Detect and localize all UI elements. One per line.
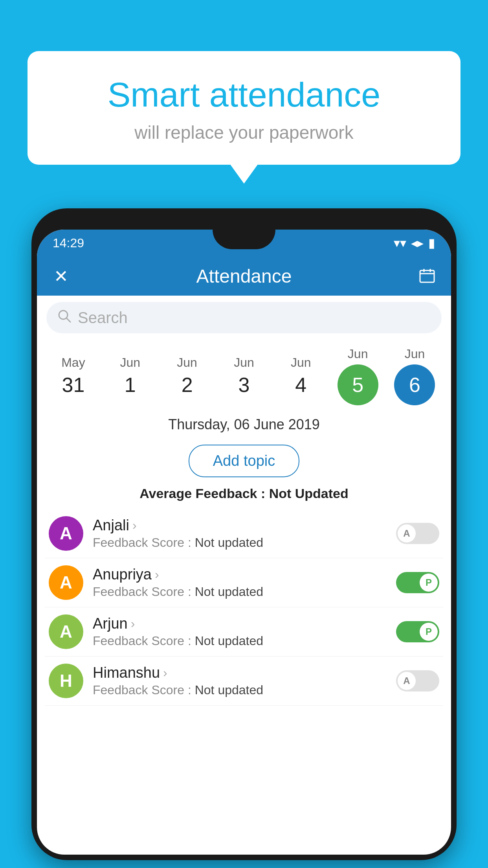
toggle-arjun[interactable]: P <box>396 621 439 642</box>
toggle-himanshu[interactable]: A <box>396 670 439 691</box>
avatar-anupriya: A <box>49 565 83 600</box>
feedback-score-himanshu: Feedback Score : Not updated <box>93 683 387 697</box>
student-row-himanshu[interactable]: H Himanshu › Feedback Score : Not update… <box>45 657 443 706</box>
add-topic-button[interactable]: Add topic <box>37 445 451 477</box>
toggle-knob: A <box>398 672 416 690</box>
date-day: 1 <box>125 373 136 397</box>
date-month: Jun <box>291 355 311 370</box>
student-row-anjali[interactable]: A Anjali › Feedback Score : Not updated … <box>45 509 443 558</box>
date-month: May <box>61 355 85 370</box>
phone-notch <box>213 230 275 249</box>
date-month: Jun <box>405 347 425 361</box>
chevron-right-icon: › <box>131 616 135 631</box>
date-item-jun3[interactable]: Jun 3 <box>220 355 268 397</box>
feedback-score-anjali: Feedback Score : Not updated <box>93 535 387 550</box>
date-circle-blue: 6 <box>394 364 435 405</box>
student-row-anupriya[interactable]: A Anupriya › Feedback Score : Not update… <box>45 558 443 607</box>
feedback-score-arjun: Feedback Score : Not updated <box>93 634 387 648</box>
add-topic-label: Add topic <box>189 445 299 477</box>
avatar-arjun: A <box>49 614 83 649</box>
student-name-arjun: Arjun › <box>93 615 387 632</box>
phone-frame: 14:29 ▾▾ ◂▸ ▮ ✕ Attendance <box>31 208 457 860</box>
chevron-right-icon: › <box>163 666 167 680</box>
toggle-anupriya[interactable]: P <box>396 572 439 593</box>
date-month: Jun <box>177 355 197 370</box>
app-bar: ✕ Attendance <box>37 256 451 296</box>
date-month: Jun <box>120 355 140 370</box>
wifi-icon: ▾▾ <box>394 235 406 250</box>
date-day: 31 <box>62 373 85 397</box>
date-selector-row: May 31 Jun 1 Jun 2 Jun 3 Jun 4 <box>37 340 451 405</box>
toggle-knob: A <box>398 524 416 542</box>
avatar-anjali: A <box>49 516 83 551</box>
toggle-anjali[interactable]: A <box>396 523 439 544</box>
date-item-jun2[interactable]: Jun 2 <box>163 355 211 397</box>
chevron-right-icon: › <box>155 567 159 582</box>
toggle-knob: P <box>420 623 438 641</box>
date-item-jun4[interactable]: Jun 4 <box>277 355 325 397</box>
speech-bubble: Smart attendance will replace your paper… <box>28 51 460 165</box>
bubble-title: Smart attendance <box>51 75 437 115</box>
search-placeholder: Search <box>78 309 128 327</box>
student-name-anupriya: Anupriya › <box>93 566 387 583</box>
chevron-right-icon: › <box>132 518 137 533</box>
date-item-jun5[interactable]: Jun 5 <box>334 347 382 405</box>
close-button[interactable]: ✕ <box>51 266 71 286</box>
date-day: 4 <box>295 373 306 397</box>
date-item-jun6[interactable]: Jun 6 <box>391 347 438 405</box>
status-bar-right: ▾▾ ◂▸ ▮ <box>394 235 435 250</box>
student-info-anupriya: Anupriya › Feedback Score : Not updated <box>93 566 387 599</box>
search-bar[interactable]: Search <box>46 302 442 333</box>
student-row-arjun[interactable]: A Arjun › Feedback Score : Not updated P <box>45 607 443 657</box>
student-info-arjun: Arjun › Feedback Score : Not updated <box>93 615 387 648</box>
status-time: 14:29 <box>53 236 84 250</box>
selected-date-label: Thursday, 06 June 2019 <box>37 405 451 440</box>
date-month: Jun <box>234 355 254 370</box>
battery-icon: ▮ <box>428 235 435 250</box>
phone-inner: 14:29 ▾▾ ◂▸ ▮ ✕ Attendance <box>33 210 455 859</box>
date-circle-green: 5 <box>338 364 378 405</box>
avg-feedback: Average Feedback : Not Updated <box>37 482 451 509</box>
student-name-himanshu: Himanshu › <box>93 664 387 681</box>
phone-screen: 14:29 ▾▾ ◂▸ ▮ ✕ Attendance <box>37 230 451 855</box>
signal-icon: ◂▸ <box>411 235 424 250</box>
bubble-subtitle: will replace your paperwork <box>51 122 437 143</box>
svg-line-5 <box>66 318 70 322</box>
svg-rect-0 <box>420 270 434 282</box>
avg-feedback-value: Not Updated <box>269 486 349 501</box>
search-icon <box>57 309 72 327</box>
date-month: Jun <box>348 347 368 361</box>
student-info-himanshu: Himanshu › Feedback Score : Not updated <box>93 664 387 697</box>
toggle-knob: P <box>420 574 438 592</box>
student-list: A Anjali › Feedback Score : Not updated … <box>37 509 451 706</box>
date-day: 3 <box>238 373 250 397</box>
student-info-anjali: Anjali › Feedback Score : Not updated <box>93 517 387 550</box>
date-item-jun1[interactable]: Jun 1 <box>106 355 154 397</box>
speech-bubble-container: Smart attendance will replace your paper… <box>28 51 460 165</box>
app-bar-title: Attendance <box>71 265 417 287</box>
feedback-score-anupriya: Feedback Score : Not updated <box>93 585 387 599</box>
calendar-button[interactable] <box>417 266 437 286</box>
avatar-himanshu: H <box>49 664 83 698</box>
date-item-may31[interactable]: May 31 <box>50 355 97 397</box>
date-day: 2 <box>182 373 193 397</box>
avg-feedback-label: Average Feedback : <box>139 486 265 501</box>
student-name-anjali: Anjali › <box>93 517 387 534</box>
